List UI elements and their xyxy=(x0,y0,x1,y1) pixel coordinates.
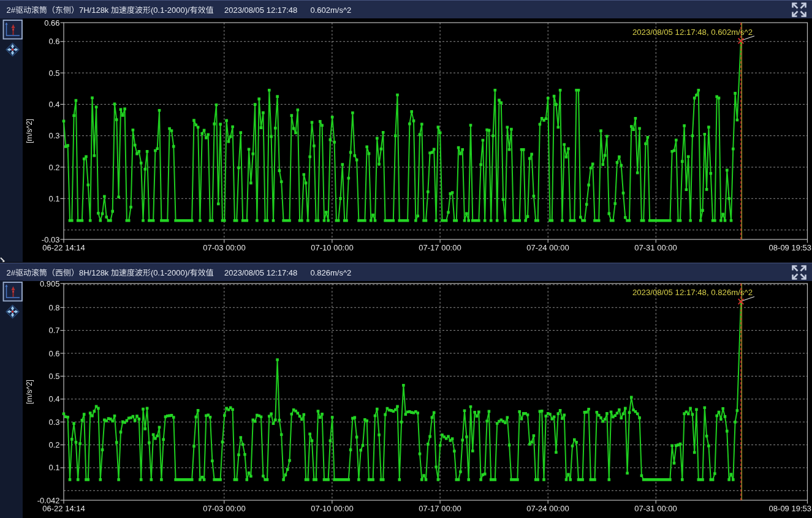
svg-text:0.7: 0.7 xyxy=(48,326,59,335)
svg-text:(0.1-2000)/: (0.1-2000)/ xyxy=(151,6,190,15)
svg-text:0.1: 0.1 xyxy=(48,194,59,203)
svg-text:[m/s^2]: [m/s^2] xyxy=(25,119,34,143)
svg-text:0.2: 0.2 xyxy=(48,163,59,172)
svg-text:8H/128k: 8H/128k xyxy=(79,268,109,277)
svg-text:0.8: 0.8 xyxy=(48,303,59,312)
svg-text:07-24 00:00: 07-24 00:00 xyxy=(526,243,569,252)
svg-text:0.602m/s^2: 0.602m/s^2 xyxy=(311,6,352,15)
svg-text:07-31 00:00: 07-31 00:00 xyxy=(634,504,677,513)
svg-text:2#: 2# xyxy=(7,268,16,277)
svg-text:2023/08/05 12:17:48: 2023/08/05 12:17:48 xyxy=(224,6,297,15)
svg-text:0.3: 0.3 xyxy=(48,418,59,427)
svg-text:2023/08/05 12:17:48, 0.826m/s^: 2023/08/05 12:17:48, 0.826m/s^2 xyxy=(632,288,753,297)
svg-text:0.4: 0.4 xyxy=(48,394,59,404)
svg-text:2023/08/05 12:17:48: 2023/08/05 12:17:48 xyxy=(224,268,297,277)
svg-text:07-03 00:00: 07-03 00:00 xyxy=(203,504,245,513)
svg-text:08-09 19:53: 08-09 19:53 xyxy=(769,504,811,513)
svg-text:0.6: 0.6 xyxy=(48,349,59,358)
svg-text:07-17 00:00: 07-17 00:00 xyxy=(419,504,461,513)
svg-text:0.66: 0.66 xyxy=(44,18,59,28)
svg-text:07-31 00:00: 07-31 00:00 xyxy=(634,243,677,252)
svg-text:[m/s^2]: [m/s^2] xyxy=(25,380,34,404)
svg-text:0.3: 0.3 xyxy=(48,131,59,140)
svg-text:0.826m/s^2: 0.826m/s^2 xyxy=(311,268,352,277)
svg-text:7H/128k: 7H/128k xyxy=(79,6,109,15)
svg-text:0.905: 0.905 xyxy=(40,280,60,288)
svg-text:07-10 00:00: 07-10 00:00 xyxy=(311,504,353,513)
svg-text:06-22 14:14: 06-22 14:14 xyxy=(42,504,85,513)
svg-text:2023/08/05 12:17:48, 0.602m/s^: 2023/08/05 12:17:48, 0.602m/s^2 xyxy=(632,28,753,37)
svg-text:0.6: 0.6 xyxy=(48,37,59,46)
svg-text:07-17 00:00: 07-17 00:00 xyxy=(419,243,461,252)
svg-text:2#: 2# xyxy=(7,6,16,15)
svg-text:0.2: 0.2 xyxy=(48,440,59,449)
svg-text:07-03 00:00: 07-03 00:00 xyxy=(203,243,245,252)
svg-text:0.5: 0.5 xyxy=(48,69,59,78)
svg-text:07-10 00:00: 07-10 00:00 xyxy=(311,243,353,252)
svg-text:0.4: 0.4 xyxy=(48,100,59,109)
svg-text:0.5: 0.5 xyxy=(48,372,59,381)
svg-text:07-24 00:00: 07-24 00:00 xyxy=(526,504,569,513)
svg-text:08-09 19:53: 08-09 19:53 xyxy=(769,243,811,252)
svg-text:06-22 14:14: 06-22 14:14 xyxy=(42,243,85,252)
svg-text:(0.1-2000)/: (0.1-2000)/ xyxy=(151,268,190,277)
svg-text:0.1: 0.1 xyxy=(48,463,59,472)
